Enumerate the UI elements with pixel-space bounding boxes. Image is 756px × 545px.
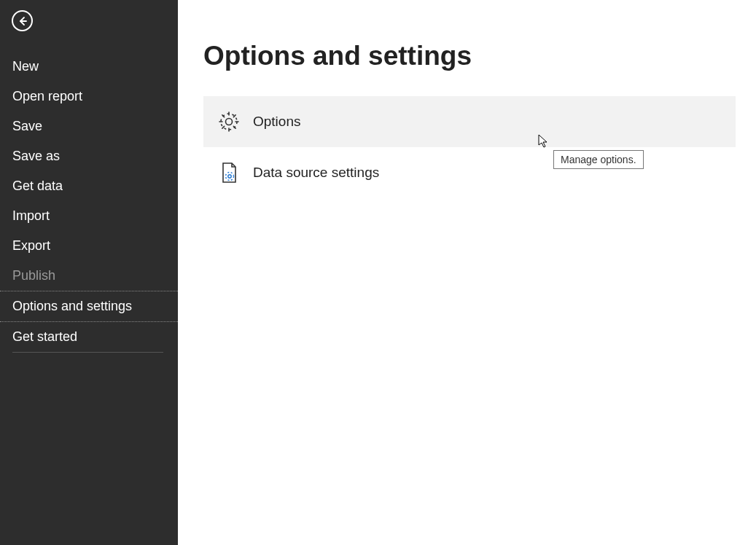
option-label: Data source settings [253, 165, 379, 181]
option-item-data-source-settings[interactable]: Data source settings [203, 147, 736, 198]
svg-point-1 [226, 119, 233, 125]
sidebar-item-label: Open report [12, 89, 82, 103]
sidebar-item-label: Get data [12, 179, 63, 193]
sidebar-item-publish: Publish [0, 261, 178, 291]
option-item-options[interactable]: Options [203, 96, 736, 147]
gear-icon [217, 109, 241, 134]
sidebar-item-label: Options and settings [12, 299, 132, 313]
options-list: Options Data source settings [203, 96, 736, 198]
sidebar-item-label: Save [12, 119, 42, 133]
sidebar-item-label: Export [12, 238, 50, 253]
sidebar-item-save-as[interactable]: Save as [0, 141, 178, 171]
sidebar: New Open report Save Save as Get data Im… [0, 0, 178, 545]
document-gear-icon [217, 160, 241, 185]
sidebar-item-open-report[interactable]: Open report [0, 82, 178, 111]
sidebar-items: New Open report Save Save as Get data Im… [0, 52, 178, 352]
sidebar-item-get-data[interactable]: Get data [0, 171, 178, 201]
sidebar-item-export[interactable]: Export [0, 231, 178, 261]
sidebar-item-get-started[interactable]: Get started [0, 322, 178, 352]
back-button[interactable] [12, 10, 33, 31]
option-label: Options [253, 114, 300, 130]
main-content: Options and settings Options [178, 0, 756, 545]
sidebar-item-label: Get started [12, 329, 77, 344]
sidebar-item-label: Publish [12, 268, 55, 283]
sidebar-item-import[interactable]: Import [0, 201, 178, 231]
sidebar-item-label: New [12, 59, 39, 74]
sidebar-item-new[interactable]: New [0, 52, 178, 82]
arrow-left-icon [17, 15, 28, 27]
sidebar-item-save[interactable]: Save [0, 111, 178, 141]
page-title: Options and settings [203, 41, 736, 71]
sidebar-item-label: Import [12, 208, 50, 223]
tooltip: Manage options. [553, 150, 644, 169]
tooltip-text: Manage options. [561, 154, 636, 165]
sidebar-item-options-and-settings[interactable]: Options and settings [0, 291, 178, 322]
sidebar-item-label: Save as [12, 149, 60, 163]
